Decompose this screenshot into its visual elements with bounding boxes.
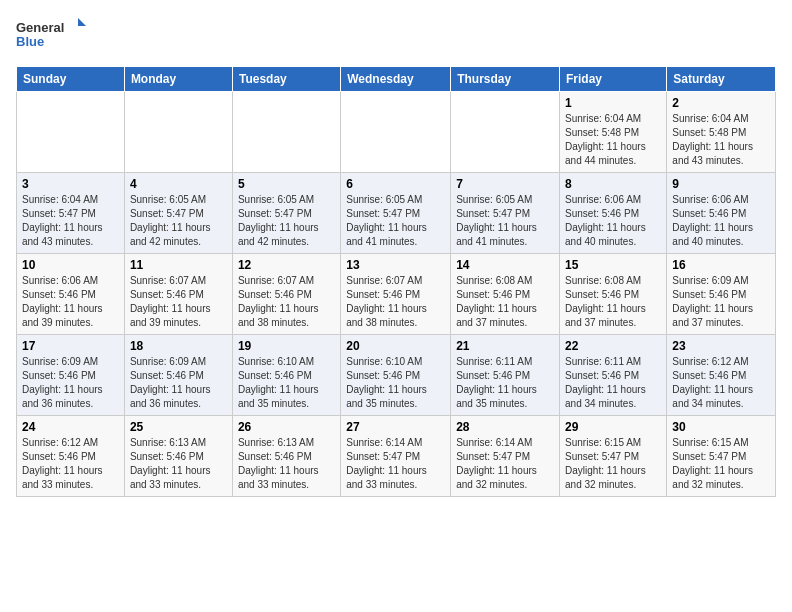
cell-info: Daylight: 11 hours and 38 minutes. <box>238 302 335 330</box>
calendar-cell: 28Sunrise: 6:14 AMSunset: 5:47 PMDayligh… <box>451 416 560 497</box>
cell-info: Sunset: 5:46 PM <box>672 207 770 221</box>
calendar-cell: 5Sunrise: 6:05 AMSunset: 5:47 PMDaylight… <box>232 173 340 254</box>
cell-info: Sunrise: 6:05 AM <box>346 193 445 207</box>
cell-info: Sunset: 5:47 PM <box>130 207 227 221</box>
cell-info: Sunrise: 6:04 AM <box>22 193 119 207</box>
cell-info: Daylight: 11 hours and 41 minutes. <box>456 221 554 249</box>
cell-info: Daylight: 11 hours and 32 minutes. <box>672 464 770 492</box>
cell-info: Sunset: 5:46 PM <box>456 288 554 302</box>
cell-info: Sunrise: 6:05 AM <box>456 193 554 207</box>
cell-info: Daylight: 11 hours and 33 minutes. <box>238 464 335 492</box>
day-number: 27 <box>346 420 445 434</box>
cell-info: Daylight: 11 hours and 35 minutes. <box>456 383 554 411</box>
cell-info: Daylight: 11 hours and 37 minutes. <box>672 302 770 330</box>
day-number: 24 <box>22 420 119 434</box>
cell-info: Sunset: 5:48 PM <box>672 126 770 140</box>
calendar-cell <box>341 92 451 173</box>
cell-info: Sunrise: 6:10 AM <box>238 355 335 369</box>
calendar-cell: 8Sunrise: 6:06 AMSunset: 5:46 PMDaylight… <box>560 173 667 254</box>
calendar-cell: 13Sunrise: 6:07 AMSunset: 5:46 PMDayligh… <box>341 254 451 335</box>
day-number: 29 <box>565 420 661 434</box>
day-number: 6 <box>346 177 445 191</box>
header-wednesday: Wednesday <box>341 67 451 92</box>
cell-info: Sunset: 5:47 PM <box>456 207 554 221</box>
cell-info: Sunset: 5:47 PM <box>456 450 554 464</box>
calendar-cell: 30Sunrise: 6:15 AMSunset: 5:47 PMDayligh… <box>667 416 776 497</box>
header-monday: Monday <box>124 67 232 92</box>
day-number: 11 <box>130 258 227 272</box>
cell-info: Daylight: 11 hours and 34 minutes. <box>672 383 770 411</box>
day-number: 15 <box>565 258 661 272</box>
cell-info: Daylight: 11 hours and 44 minutes. <box>565 140 661 168</box>
day-number: 16 <box>672 258 770 272</box>
cell-info: Sunrise: 6:04 AM <box>672 112 770 126</box>
calendar-cell: 18Sunrise: 6:09 AMSunset: 5:46 PMDayligh… <box>124 335 232 416</box>
calendar-cell: 11Sunrise: 6:07 AMSunset: 5:46 PMDayligh… <box>124 254 232 335</box>
cell-info: Daylight: 11 hours and 39 minutes. <box>22 302 119 330</box>
header-sunday: Sunday <box>17 67 125 92</box>
calendar-cell <box>232 92 340 173</box>
cell-info: Daylight: 11 hours and 35 minutes. <box>346 383 445 411</box>
calendar-cell: 16Sunrise: 6:09 AMSunset: 5:46 PMDayligh… <box>667 254 776 335</box>
cell-info: Sunrise: 6:07 AM <box>238 274 335 288</box>
cell-info: Daylight: 11 hours and 36 minutes. <box>22 383 119 411</box>
cell-info: Sunrise: 6:07 AM <box>130 274 227 288</box>
cell-info: Sunset: 5:46 PM <box>346 288 445 302</box>
cell-info: Daylight: 11 hours and 40 minutes. <box>672 221 770 249</box>
day-number: 28 <box>456 420 554 434</box>
calendar-cell: 19Sunrise: 6:10 AMSunset: 5:46 PMDayligh… <box>232 335 340 416</box>
cell-info: Daylight: 11 hours and 35 minutes. <box>238 383 335 411</box>
cell-info: Sunset: 5:46 PM <box>130 288 227 302</box>
calendar-cell: 6Sunrise: 6:05 AMSunset: 5:47 PMDaylight… <box>341 173 451 254</box>
cell-info: Sunset: 5:47 PM <box>238 207 335 221</box>
cell-info: Daylight: 11 hours and 42 minutes. <box>130 221 227 249</box>
calendar-cell <box>451 92 560 173</box>
cell-info: Daylight: 11 hours and 33 minutes. <box>130 464 227 492</box>
cell-info: Sunset: 5:46 PM <box>565 369 661 383</box>
cell-info: Sunrise: 6:14 AM <box>456 436 554 450</box>
cell-info: Sunrise: 6:13 AM <box>130 436 227 450</box>
cell-info: Daylight: 11 hours and 37 minutes. <box>456 302 554 330</box>
calendar-cell: 12Sunrise: 6:07 AMSunset: 5:46 PMDayligh… <box>232 254 340 335</box>
day-number: 9 <box>672 177 770 191</box>
cell-info: Daylight: 11 hours and 39 minutes. <box>130 302 227 330</box>
day-number: 25 <box>130 420 227 434</box>
cell-info: Sunset: 5:46 PM <box>346 369 445 383</box>
day-number: 21 <box>456 339 554 353</box>
cell-info: Sunrise: 6:11 AM <box>456 355 554 369</box>
cell-info: Sunrise: 6:10 AM <box>346 355 445 369</box>
calendar-cell: 15Sunrise: 6:08 AMSunset: 5:46 PMDayligh… <box>560 254 667 335</box>
day-number: 26 <box>238 420 335 434</box>
logo: General Blue <box>16 16 86 56</box>
day-number: 13 <box>346 258 445 272</box>
svg-text:General: General <box>16 20 64 35</box>
calendar-table: SundayMondayTuesdayWednesdayThursdayFrid… <box>16 66 776 497</box>
cell-info: Sunrise: 6:15 AM <box>672 436 770 450</box>
day-number: 23 <box>672 339 770 353</box>
cell-info: Sunrise: 6:06 AM <box>22 274 119 288</box>
cell-info: Daylight: 11 hours and 40 minutes. <box>565 221 661 249</box>
day-number: 22 <box>565 339 661 353</box>
cell-info: Daylight: 11 hours and 41 minutes. <box>346 221 445 249</box>
cell-info: Sunset: 5:46 PM <box>565 288 661 302</box>
cell-info: Daylight: 11 hours and 42 minutes. <box>238 221 335 249</box>
cell-info: Sunset: 5:47 PM <box>22 207 119 221</box>
week-row-3: 10Sunrise: 6:06 AMSunset: 5:46 PMDayligh… <box>17 254 776 335</box>
calendar-cell: 1Sunrise: 6:04 AMSunset: 5:48 PMDaylight… <box>560 92 667 173</box>
calendar-cell: 26Sunrise: 6:13 AMSunset: 5:46 PMDayligh… <box>232 416 340 497</box>
cell-info: Sunset: 5:47 PM <box>565 450 661 464</box>
cell-info: Sunset: 5:46 PM <box>130 450 227 464</box>
cell-info: Daylight: 11 hours and 43 minutes. <box>672 140 770 168</box>
cell-info: Sunrise: 6:09 AM <box>22 355 119 369</box>
cell-info: Daylight: 11 hours and 33 minutes. <box>346 464 445 492</box>
cell-info: Daylight: 11 hours and 37 minutes. <box>565 302 661 330</box>
cell-info: Daylight: 11 hours and 32 minutes. <box>456 464 554 492</box>
calendar-cell: 29Sunrise: 6:15 AMSunset: 5:47 PMDayligh… <box>560 416 667 497</box>
cell-info: Daylight: 11 hours and 38 minutes. <box>346 302 445 330</box>
cell-info: Sunrise: 6:14 AM <box>346 436 445 450</box>
header-saturday: Saturday <box>667 67 776 92</box>
cell-info: Sunrise: 6:13 AM <box>238 436 335 450</box>
cell-info: Sunrise: 6:09 AM <box>672 274 770 288</box>
cell-info: Daylight: 11 hours and 43 minutes. <box>22 221 119 249</box>
cell-info: Sunrise: 6:12 AM <box>22 436 119 450</box>
